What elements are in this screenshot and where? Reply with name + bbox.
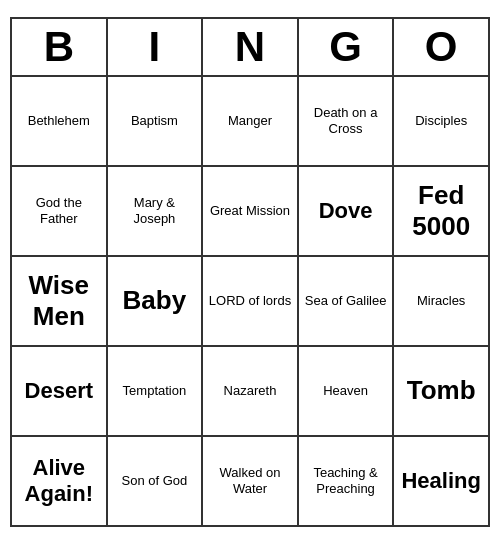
header-letter-i: I — [108, 19, 204, 75]
bingo-cell-2-2: LORD of lords — [203, 257, 299, 345]
bingo-cell-0-4: Disciples — [394, 77, 488, 165]
bingo-cell-4-2: Walked on Water — [203, 437, 299, 525]
bingo-header: BINGO — [12, 19, 488, 77]
bingo-row-4: Alive Again!Son of GodWalked on WaterTea… — [12, 437, 488, 525]
bingo-cell-0-2: Manger — [203, 77, 299, 165]
bingo-cell-1-2: Great Mission — [203, 167, 299, 255]
bingo-cell-3-4: Tomb — [394, 347, 488, 435]
bingo-cell-2-4: Miracles — [394, 257, 488, 345]
bingo-grid: BethlehemBaptismMangerDeath on a CrossDi… — [12, 77, 488, 525]
bingo-cell-4-3: Teaching & Preaching — [299, 437, 395, 525]
header-letter-b: B — [12, 19, 108, 75]
bingo-cell-3-0: Desert — [12, 347, 108, 435]
bingo-cell-3-3: Heaven — [299, 347, 395, 435]
bingo-row-3: DesertTemptationNazarethHeavenTomb — [12, 347, 488, 437]
bingo-cell-2-0: Wise Men — [12, 257, 108, 345]
bingo-cell-0-1: Baptism — [108, 77, 204, 165]
bingo-cell-1-0: God the Father — [12, 167, 108, 255]
bingo-cell-1-4: Fed 5000 — [394, 167, 488, 255]
bingo-cell-3-1: Temptation — [108, 347, 204, 435]
bingo-cell-0-3: Death on a Cross — [299, 77, 395, 165]
bingo-cell-2-1: Baby — [108, 257, 204, 345]
bingo-cell-4-4: Healing — [394, 437, 488, 525]
bingo-cell-1-3: Dove — [299, 167, 395, 255]
bingo-cell-1-1: Mary & Joseph — [108, 167, 204, 255]
header-letter-g: G — [299, 19, 395, 75]
bingo-cell-4-0: Alive Again! — [12, 437, 108, 525]
bingo-row-2: Wise MenBabyLORD of lordsSea of GalileeM… — [12, 257, 488, 347]
bingo-cell-3-2: Nazareth — [203, 347, 299, 435]
bingo-row-1: God the FatherMary & JosephGreat Mission… — [12, 167, 488, 257]
bingo-cell-4-1: Son of God — [108, 437, 204, 525]
bingo-cell-0-0: Bethlehem — [12, 77, 108, 165]
bingo-card: BINGO BethlehemBaptismMangerDeath on a C… — [10, 17, 490, 527]
bingo-row-0: BethlehemBaptismMangerDeath on a CrossDi… — [12, 77, 488, 167]
header-letter-n: N — [203, 19, 299, 75]
header-letter-o: O — [394, 19, 488, 75]
bingo-cell-2-3: Sea of Galilee — [299, 257, 395, 345]
